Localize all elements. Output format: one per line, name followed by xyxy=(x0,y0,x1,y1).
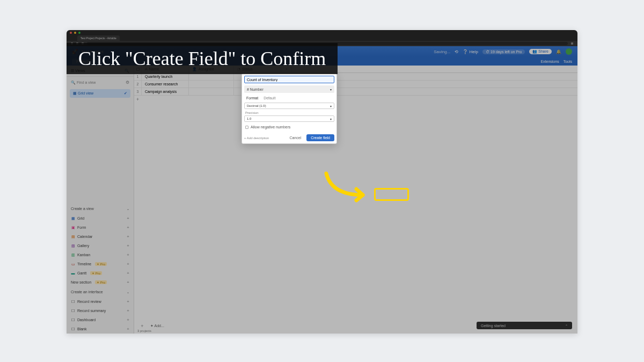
record-count: 3 projects xyxy=(137,329,151,332)
browser-tab[interactable]: Test Project Projects - Airtable xyxy=(77,35,120,41)
view-type-gallery[interactable]: ▧Gallery+ xyxy=(67,241,134,250)
view-type-grid[interactable]: ▦Grid+ xyxy=(67,214,134,223)
view-type-gantt[interactable]: ▬Gantt✦ Pro+ xyxy=(67,269,134,278)
precision-select[interactable]: 1.0▾ xyxy=(244,115,334,122)
instruction-overlay: Click "Create Field" to Confirm xyxy=(67,43,338,74)
cancel-button[interactable]: Cancel xyxy=(286,134,304,141)
window-close-icon[interactable] xyxy=(70,32,72,34)
interface-record-review[interactable]: ☐Record review+ xyxy=(67,297,134,306)
number-icon: # xyxy=(247,88,249,91)
sidebar-grid-view[interactable]: ▦ Grid view ✔ xyxy=(70,89,130,98)
field-name-input[interactable] xyxy=(244,76,334,83)
view-type-form[interactable]: ▣Form+ xyxy=(67,223,134,232)
table-row[interactable]: 1Quarterly launch xyxy=(134,73,577,81)
tools-button[interactable]: Tools xyxy=(564,60,572,63)
allow-negative-checkbox[interactable]: Allow negative numbers xyxy=(244,124,334,130)
gear-icon[interactable]: ⚙ xyxy=(126,80,129,85)
history-icon[interactable]: ⟲ xyxy=(455,49,458,54)
share-button[interactable]: 👥 Share xyxy=(529,49,552,54)
add-table-label[interactable]: ✦ Add... xyxy=(150,324,164,328)
interface-record-summary[interactable]: ☐Record summary+ xyxy=(67,306,134,315)
check-icon: ✔ xyxy=(124,91,127,96)
precision-label: Precision xyxy=(244,111,334,114)
window-maximize-icon[interactable] xyxy=(78,32,80,34)
interface-dashboard[interactable]: ☐Dashboard+ xyxy=(67,315,134,324)
notifications-icon[interactable]: 🔔 xyxy=(556,49,561,54)
trial-badge[interactable]: ⏱ 19 days left on Pro xyxy=(482,49,525,54)
view-type-timeline[interactable]: ▭Timeline✦ Pro+ xyxy=(67,259,134,269)
view-type-kanban[interactable]: ▥Kanban+ xyxy=(67,250,134,259)
avatar[interactable] xyxy=(566,48,572,55)
default-tab[interactable]: Default xyxy=(264,96,275,100)
format-tab[interactable]: Format xyxy=(246,96,258,100)
add-description-button[interactable]: + Add description xyxy=(244,136,269,140)
view-type-calendar[interactable]: ▤Calendar+ xyxy=(67,232,134,241)
getting-started-panel[interactable]: Getting started⌃ xyxy=(477,322,572,329)
field-type-select[interactable]: # Number ▾ xyxy=(244,85,334,93)
table-row[interactable]: 3Campaign analysis xyxy=(134,88,577,96)
menu-icon[interactable] xyxy=(571,42,573,45)
format-select[interactable]: Decimal (1.0)▾ xyxy=(244,103,334,109)
interface-blank[interactable]: ☐Blank+ xyxy=(67,324,134,334)
create-field-button[interactable]: Create field xyxy=(306,134,334,141)
view-new-section[interactable]: New section✦ Pro+ xyxy=(67,278,134,287)
create-interface-header[interactable]: Create an interface⌄ xyxy=(67,287,134,297)
find-view-input[interactable]: 🔍 Find a view xyxy=(71,81,96,85)
add-table-button[interactable]: + xyxy=(138,322,146,330)
help-link[interactable]: ❔ Help xyxy=(463,49,478,54)
extensions-button[interactable]: Extensions xyxy=(540,60,559,63)
create-view-header[interactable]: Create a view⌄ xyxy=(67,204,134,214)
window-minimize-icon[interactable] xyxy=(74,32,76,34)
create-field-popup: # Number ▾ Format Default Decimal (1.0)▾… xyxy=(241,73,337,144)
table-row[interactable]: 2Consumer research xyxy=(134,81,577,88)
add-row-button[interactable]: + xyxy=(134,96,577,103)
saving-indicator: Saving... xyxy=(434,49,450,54)
